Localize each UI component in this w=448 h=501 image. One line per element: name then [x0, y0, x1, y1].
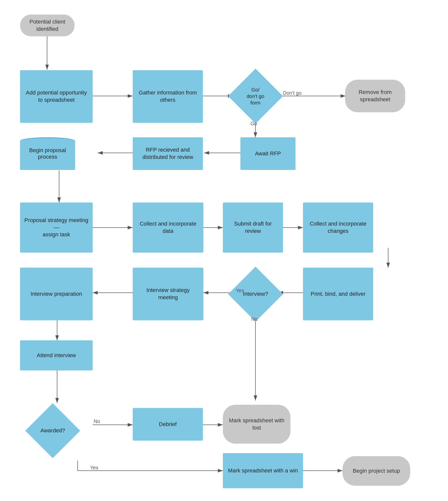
collect-data-node: Collect and incorporate data — [133, 203, 203, 253]
start-node: Potential client identified — [20, 15, 75, 36]
add-opportunity-node: Add potential opportunity to spreadsheet — [20, 70, 93, 123]
print-bind-node: Print, bind, and deliver — [303, 268, 373, 320]
go-form-diamond: Go/ don't go form — [228, 67, 283, 125]
collect-changes-node: Collect and incorporate changes — [303, 203, 373, 253]
mark-lost-node: Mark spreadsheet with lost — [223, 405, 290, 444]
begin-proposal-node: Begin proposal process — [20, 137, 75, 170]
debrief-node: Debrief — [133, 408, 203, 441]
rfp-received-node: RFP recieved and distributed for review — [133, 137, 203, 170]
begin-project-node: Begin project setup — [343, 456, 410, 486]
dont-go-label: Don't go — [283, 90, 302, 96]
await-rfp-node: Await RFP — [240, 137, 295, 170]
gather-info-node: Gather information from others — [133, 70, 203, 123]
proposal-strategy-node: Proposal strategy meeting— assign task — [20, 203, 93, 253]
interview-diamond: Interview? — [228, 265, 283, 323]
remove-spreadsheet-node: Remove from spreadsheet — [345, 80, 405, 112]
flowchart: Potential client identified Add potentia… — [0, 0, 448, 501]
yes-awarded-label: Yes — [90, 465, 98, 471]
yes-interview-label: Yes — [236, 288, 244, 293]
awarded-diamond: Awarded? — [25, 400, 80, 461]
attend-interview-node: Attend interview — [20, 340, 93, 370]
no-interview-label: No — [251, 316, 258, 322]
mark-win-node: Mark spreadsheet with a win — [223, 453, 303, 488]
interview-prep-node: Interview preparation — [20, 268, 93, 320]
submit-draft-node: Submit draft for review — [223, 203, 283, 253]
go-label: Go — [250, 121, 257, 127]
no-awarded-label: No — [94, 419, 100, 424]
interview-strategy-node: Interview strategy meeting — [133, 268, 203, 320]
